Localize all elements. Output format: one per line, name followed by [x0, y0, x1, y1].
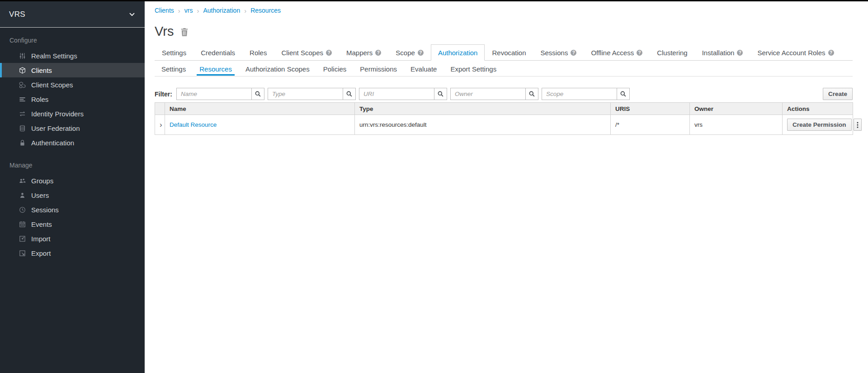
chevron-down-icon: [129, 13, 135, 16]
help-icon[interactable]: ?: [418, 50, 424, 56]
tab-service-account-roles[interactable]: Service Account Roles?: [750, 44, 841, 61]
help-icon[interactable]: ?: [828, 50, 834, 56]
tab-authorization[interactable]: Authorization: [431, 44, 485, 61]
help-icon[interactable]: ?: [375, 50, 381, 56]
resource-owner-cell: vrs: [690, 115, 783, 135]
subtab-authorization-scopes[interactable]: Authorization Scopes: [239, 62, 316, 76]
table-header-row: Name Type URIS Owner Actions: [155, 103, 853, 115]
sidebar-item-label: Authentication: [31, 139, 74, 147]
sidebar-item-label: Identity Providers: [31, 110, 84, 118]
sidebar-item-client-scopes[interactable]: Client Scopes: [0, 77, 145, 92]
help-icon[interactable]: ?: [737, 50, 743, 56]
sidebar-item-authentication[interactable]: Authentication: [0, 135, 145, 150]
sidebar-item-clients[interactable]: Clients: [0, 63, 145, 77]
expand-row-icon[interactable]: ›: [160, 121, 162, 129]
actions-column-header: Actions: [783, 103, 853, 115]
sidebar-item-label: Events: [31, 220, 52, 228]
lock-icon: [18, 139, 26, 146]
cubes-icon: [18, 81, 26, 88]
tab-installation[interactable]: Installation?: [695, 44, 750, 61]
search-scope-button[interactable]: [617, 88, 630, 100]
breadcrumb: Clients › vrs › Authorization › Resource…: [155, 7, 853, 14]
filter-owner-input[interactable]: [450, 88, 526, 100]
sidebar-item-user-federation[interactable]: User Federation: [0, 121, 145, 135]
tab-client-scopes[interactable]: Client Scopes?: [274, 44, 339, 61]
delete-client-icon[interactable]: [180, 28, 189, 37]
sidebar-item-import[interactable]: Import: [0, 231, 145, 246]
tab-roles[interactable]: Roles: [242, 44, 274, 61]
tab-offline-access[interactable]: Offline Access?: [584, 44, 650, 61]
secondary-tabs: Settings Resources Authorization Scopes …: [155, 62, 853, 77]
filter-scope-input[interactable]: [542, 88, 617, 100]
breadcrumb-authorization[interactable]: Authorization: [203, 7, 240, 14]
subtab-evaluate[interactable]: Evaluate: [404, 62, 443, 76]
sidebar-item-users[interactable]: Users: [0, 188, 145, 202]
realm-name: VRS: [9, 10, 25, 19]
create-permission-button[interactable]: Create Permission: [787, 119, 852, 131]
tab-clustering[interactable]: Clustering: [650, 44, 695, 61]
subtab-resources[interactable]: Resources: [193, 62, 239, 76]
tab-sessions[interactable]: Sessions?: [533, 44, 584, 61]
export-icon: [18, 250, 26, 257]
top-bar: [0, 0, 868, 1]
sidebar-item-label: Users: [31, 191, 49, 199]
uris-column-header: URIS: [611, 103, 690, 115]
filter-uri-input[interactable]: [359, 88, 434, 100]
help-icon[interactable]: ?: [326, 50, 332, 56]
create-button[interactable]: Create: [823, 88, 853, 100]
subtab-policies[interactable]: Policies: [316, 62, 354, 76]
sidebar-item-label: User Federation: [31, 124, 80, 132]
search-uri-button[interactable]: [434, 88, 447, 100]
help-icon[interactable]: ?: [571, 50, 576, 56]
type-column-header: Type: [355, 103, 611, 115]
expand-column-header: [155, 103, 165, 115]
resource-uris-cell: /*: [611, 115, 690, 135]
sidebar-nav: Configure Realm Settings Clients Client …: [0, 28, 145, 260]
resources-table: Name Type URIS Owner Actions › Default R…: [155, 102, 853, 135]
filter-name-input[interactable]: [176, 88, 252, 100]
breadcrumb-resources[interactable]: Resources: [250, 7, 281, 14]
sidebar-item-events[interactable]: Events: [0, 217, 145, 231]
search-owner-button[interactable]: [525, 88, 538, 100]
tab-credentials[interactable]: Credentials: [193, 44, 242, 61]
sidebar: VRS Configure Realm Settings Clients Cli…: [0, 1, 145, 373]
sidebar-item-label: Client Scopes: [31, 81, 73, 89]
filter-label: Filter:: [155, 91, 172, 98]
tab-scope[interactable]: Scope?: [388, 44, 431, 61]
subtab-export-settings[interactable]: Export Settings: [443, 62, 503, 76]
search-type-button[interactable]: [343, 88, 356, 100]
breadcrumb-vrs[interactable]: vrs: [184, 7, 193, 14]
resource-name-link[interactable]: Default Resource: [170, 121, 217, 128]
sidebar-item-groups[interactable]: Groups: [0, 173, 145, 188]
sidebar-item-realm-settings[interactable]: Realm Settings: [0, 48, 145, 63]
sidebar-item-label: Export: [31, 249, 51, 257]
sidebar-item-identity-providers[interactable]: Identity Providers: [0, 106, 145, 121]
sidebar-item-roles[interactable]: Roles: [0, 92, 145, 106]
sidebar-item-label: Clients: [31, 67, 52, 74]
breadcrumb-clients[interactable]: Clients: [155, 7, 174, 14]
sidebar-item-export[interactable]: Export: [0, 246, 145, 260]
tab-settings[interactable]: Settings: [155, 44, 193, 61]
sliders-icon: [18, 53, 26, 59]
chevron-right-icon: ›: [244, 7, 246, 14]
subtab-permissions[interactable]: Permissions: [353, 62, 404, 76]
primary-tabs: Settings Credentials Roles Client Scopes…: [155, 44, 853, 61]
chevron-right-icon: ›: [197, 7, 199, 14]
sidebar-item-sessions[interactable]: Sessions: [0, 202, 145, 217]
resource-type-cell: urn:vrs:resources:default: [355, 115, 611, 135]
tab-mappers[interactable]: Mappers?: [339, 44, 388, 61]
sidebar-item-label: Groups: [31, 177, 53, 185]
import-icon: [18, 235, 26, 242]
tab-revocation[interactable]: Revocation: [485, 44, 533, 61]
sidebar-item-label: Sessions: [31, 206, 59, 214]
sidebar-section-manage: Manage: [0, 150, 145, 173]
realm-selector[interactable]: VRS: [0, 1, 145, 28]
database-icon: [18, 125, 26, 132]
help-icon[interactable]: ?: [637, 50, 642, 56]
cube-icon: [18, 67, 26, 74]
subtab-settings[interactable]: Settings: [155, 62, 193, 76]
list-icon: [18, 96, 26, 103]
search-name-button[interactable]: [251, 88, 264, 100]
kebab-menu-button[interactable]: [854, 119, 862, 131]
filter-type-input[interactable]: [268, 88, 343, 100]
